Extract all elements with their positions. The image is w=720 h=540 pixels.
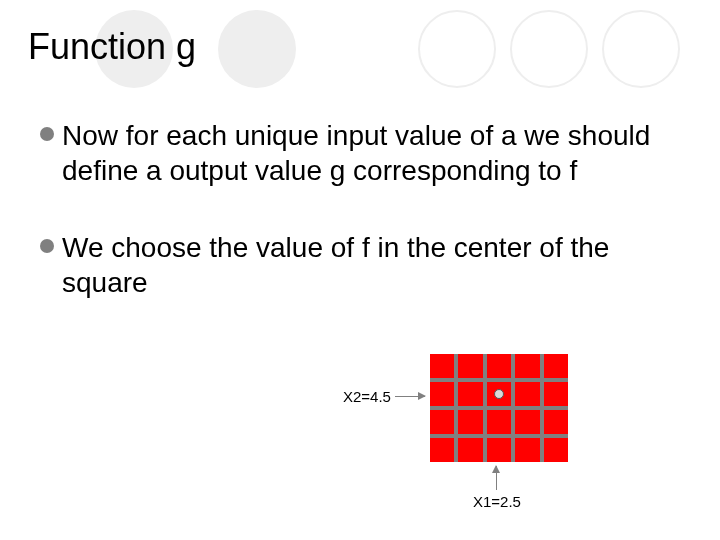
deco-circle-outline: [510, 10, 588, 88]
grid-cell: [487, 354, 511, 378]
bullet-icon: [40, 239, 54, 253]
x1-annotation: X1=2.5: [473, 466, 521, 510]
bullet-list: Now for each unique input value of a we …: [40, 118, 680, 342]
deco-circle-outline: [418, 10, 496, 88]
grid: [430, 354, 568, 462]
grid-cell: [430, 410, 454, 434]
deco-circle-outline: [602, 10, 680, 88]
list-item: We choose the value of f in the center o…: [40, 230, 680, 300]
grid-cell: [458, 382, 482, 406]
grid-cell: [544, 438, 568, 462]
center-marker-icon: [494, 389, 504, 399]
deco-circle-filled: [218, 10, 296, 88]
x2-annotation: X2=4.5: [343, 388, 425, 405]
grid-cell: [458, 438, 482, 462]
grid-cell: [515, 382, 539, 406]
bullet-icon: [40, 127, 54, 141]
grid-cell: [430, 382, 454, 406]
grid-cell: [487, 382, 511, 406]
arrow-up-icon: [496, 466, 497, 490]
arrow-right-icon: [395, 396, 425, 397]
grid-cell: [458, 410, 482, 434]
grid-cell: [515, 438, 539, 462]
grid-cell: [458, 354, 482, 378]
x2-label: X2=4.5: [343, 388, 391, 405]
grid-cell: [430, 354, 454, 378]
grid-cell: [515, 354, 539, 378]
grid-cell: [430, 438, 454, 462]
slide-title: Function g: [28, 26, 196, 68]
bullet-text: We choose the value of f in the center o…: [62, 230, 680, 300]
grid-cell: [544, 354, 568, 378]
bullet-text: Now for each unique input value of a we …: [62, 118, 680, 188]
grid-cell: [544, 410, 568, 434]
grid-cell: [515, 410, 539, 434]
grid-figure: [430, 354, 568, 462]
grid-cell: [487, 438, 511, 462]
x1-label: X1=2.5: [473, 493, 521, 510]
list-item: Now for each unique input value of a we …: [40, 118, 680, 188]
grid-cell: [544, 382, 568, 406]
grid-cell: [487, 410, 511, 434]
